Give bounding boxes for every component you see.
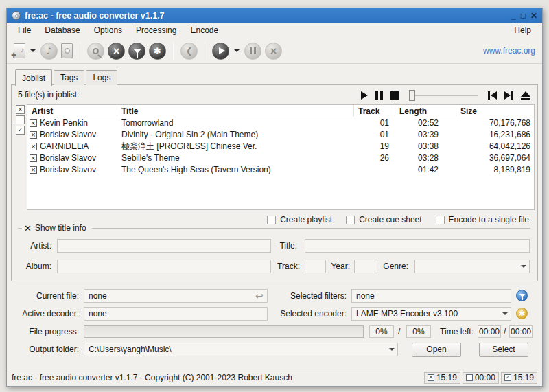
active-decoder-label: Active decoder: <box>21 307 79 321</box>
cddb-query-icon[interactable] <box>87 43 104 60</box>
total-progress-percent: 0% <box>406 325 431 338</box>
select-button[interactable]: Select <box>479 343 528 357</box>
pause-encoding-icon[interactable] <box>244 43 261 60</box>
check-box-icon: ✓ <box>504 374 511 381</box>
collapse-x-icon[interactable]: ✕ <box>24 224 32 233</box>
tab-tags[interactable]: Tags <box>54 70 84 85</box>
year-field[interactable] <box>354 260 377 273</box>
previous-track-icon[interactable] <box>488 91 497 100</box>
length-cell: 03:28 <box>395 152 456 164</box>
menu-processing[interactable]: Processing <box>129 23 183 38</box>
filter-settings-icon[interactable] <box>128 43 145 60</box>
menu-file[interactable]: File <box>12 23 38 38</box>
column-title[interactable]: Title <box>117 105 354 117</box>
rip-cd-icon[interactable] <box>61 43 73 58</box>
chevron-down-icon <box>502 312 508 315</box>
freac-website-link[interactable]: www.freac.org <box>483 46 535 56</box>
group-line <box>18 228 22 229</box>
stop-encoding-icon[interactable]: × <box>265 43 282 60</box>
track-cell: 19 <box>354 141 395 152</box>
checked-box-icon: × <box>428 374 434 381</box>
length-cell: 02:52 <box>395 117 456 129</box>
table-row[interactable]: GARNiDELiA 極楽浄土 [PROGRESS] Chinese Ver. … <box>27 141 534 152</box>
eject-icon[interactable] <box>521 91 530 100</box>
minimize-button[interactable]: _ <box>511 11 516 21</box>
table-row[interactable]: Borislav Slavov Sebille's Theme 26 03:28… <box>27 152 534 164</box>
title-cell: Tomorrowland <box>117 117 354 129</box>
row-checked-checkbox[interactable] <box>30 166 37 174</box>
artist-label: Artist: <box>19 239 51 253</box>
output-folder-dropdown[interactable]: C:\Users\yangh\Music\ <box>84 343 398 356</box>
menu-help[interactable]: Help <box>509 23 537 38</box>
row-checked-checkbox[interactable] <box>30 154 37 162</box>
menu-database[interactable]: Database <box>38 23 86 38</box>
row-checked-checkbox[interactable] <box>30 119 37 127</box>
output-folder-label: Output folder: <box>21 343 79 356</box>
track-field[interactable] <box>305 260 326 273</box>
start-encoding-icon[interactable] <box>212 43 229 60</box>
general-settings-icon[interactable]: × <box>108 43 125 60</box>
file-progress-percent: 0% <box>369 325 394 338</box>
selected-encoder-dropdown[interactable]: LAME MP3 Encoder v3.100 <box>351 307 511 321</box>
plus-overlay-icon: + <box>11 50 16 60</box>
artist-cell: Borislav Slavov <box>27 164 117 176</box>
tab-joblist[interactable]: Joblist <box>15 69 52 86</box>
toolbar-separator <box>80 42 80 60</box>
play-icon[interactable] <box>361 91 368 100</box>
column-artist[interactable]: Artist <box>27 105 117 117</box>
add-files-dropdown-arrow-icon[interactable] <box>30 49 36 52</box>
joblist-table: Artist Title Track Length Size Kevin Pen… <box>27 104 535 210</box>
selected-filters-label: Selected filters: <box>271 289 347 303</box>
pause-icon[interactable] <box>375 91 383 100</box>
open-button[interactable]: Open <box>412 343 461 357</box>
title-cell: 極楽浄土 [PROGRESS] Chinese Ver. <box>117 141 354 152</box>
play-music-icon[interactable]: ♪ <box>40 43 58 60</box>
app-cd-icon <box>12 11 21 20</box>
row-checked-checkbox[interactable] <box>30 143 37 150</box>
close-button[interactable]: ✕ <box>530 11 537 21</box>
seek-slider[interactable] <box>409 90 478 101</box>
table-row[interactable]: Borislav Slavov The Queen's High Seas (T… <box>27 164 534 176</box>
menu-encode[interactable]: Encode <box>183 23 225 38</box>
track-cell: 01 <box>354 129 395 141</box>
add-files-icon[interactable]: + ♪ <box>14 43 25 58</box>
status-text: fre:ac - free audio converter v1.1.7 - C… <box>12 373 292 382</box>
select-all-checkbox[interactable]: × <box>16 105 25 114</box>
column-length[interactable]: Length <box>395 105 456 117</box>
stop-icon[interactable] <box>390 91 399 100</box>
album-field[interactable] <box>57 260 271 273</box>
table-row[interactable]: Kevin Penkin Tomorrowland 01 02:52 70,17… <box>27 117 534 129</box>
filters-funnel-icon[interactable] <box>516 290 528 301</box>
length-cell: 03:39 <box>395 129 456 141</box>
column-size[interactable]: Size <box>456 105 534 117</box>
start-encoding-dropdown-arrow-icon[interactable] <box>234 49 240 52</box>
artist-cell: Kevin Penkin <box>27 117 117 129</box>
tab-logs[interactable]: Logs <box>86 70 117 85</box>
artist-field[interactable] <box>57 239 271 253</box>
freac-window: fre:ac - free audio converter v1.1.7 _ □… <box>6 8 543 387</box>
size-cell: 8,189,819 <box>456 164 534 176</box>
encoder-settings-icon[interactable]: ✱ <box>149 43 166 60</box>
length-cell: 01:42 <box>395 164 456 176</box>
toggle-selection-checkbox[interactable]: ✓ <box>16 126 25 135</box>
maximize-button[interactable]: □ <box>521 11 526 21</box>
toolbar: + ♪ ♪ × ✱ ❮ × www.freac.org <box>7 38 542 64</box>
group-line <box>92 228 530 229</box>
title-field[interactable] <box>305 239 530 253</box>
toolbar-separator <box>205 42 205 60</box>
select-none-checkbox[interactable] <box>16 115 25 124</box>
artist-cell: Borislav Slavov <box>27 152 117 164</box>
row-checked-checkbox[interactable] <box>30 131 37 139</box>
menu-options[interactable]: Options <box>87 23 129 38</box>
artist-text: Borislav Slavov <box>40 152 96 164</box>
table-row[interactable]: Borislav Slavov Divinity - Original Sin … <box>27 129 534 141</box>
split-output-icon[interactable]: ❮ <box>180 43 198 60</box>
next-track-icon[interactable] <box>504 91 513 100</box>
time-total-value: 00:00 <box>509 325 533 338</box>
column-track[interactable]: Track <box>354 105 395 117</box>
slash-separator: / <box>398 325 400 338</box>
chevron-down-icon <box>389 348 395 351</box>
genre-dropdown[interactable] <box>414 260 530 273</box>
encoder-gear-icon[interactable]: ✱ <box>516 308 528 319</box>
seek-slider-thumb[interactable] <box>409 90 415 101</box>
